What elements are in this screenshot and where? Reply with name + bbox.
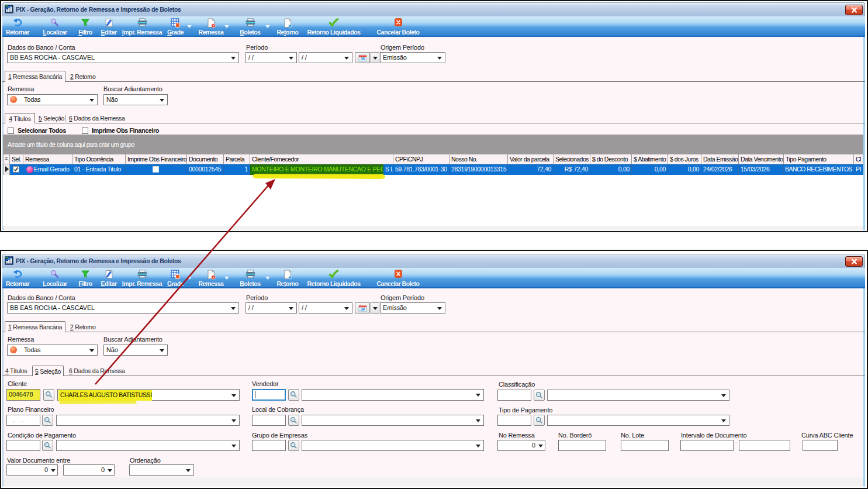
svg-text:30: 30 bbox=[361, 307, 365, 311]
svg-text:30: 30 bbox=[361, 57, 365, 61]
